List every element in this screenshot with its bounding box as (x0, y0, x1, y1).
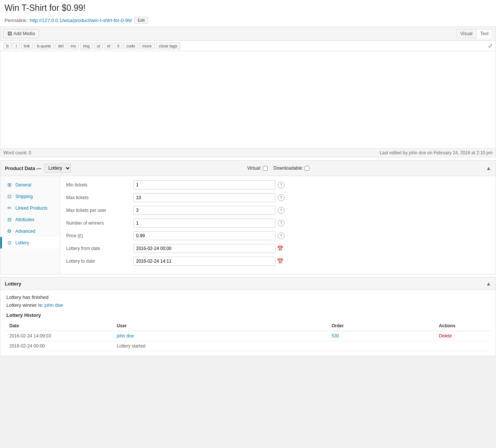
toolbar-btn-more[interactable]: more (139, 43, 155, 49)
editor-top-bar: 🖼 Add Media Visual Text (0, 27, 496, 41)
history-user-link-1[interactable]: john doe (117, 333, 134, 339)
table-row: 2016-02-24 14:09:03 john doe 530 Delete (6, 331, 490, 341)
sidebar-item-attributes[interactable]: ⊟ Attributes (0, 214, 60, 225)
word-count-display: Word count: 0 (3, 150, 31, 155)
add-media-button[interactable]: 🖼 Add Media (3, 29, 39, 38)
price-help-icon[interactable]: ? (278, 232, 284, 239)
toolbar-btn-bquote[interactable]: b-quote (34, 43, 54, 49)
sidebar-item-linked-products[interactable]: ✏ Linked Products (0, 202, 60, 214)
editor-content[interactable] (0, 51, 496, 148)
max-tickets-per-user-help-icon[interactable]: ? (278, 207, 284, 214)
min-tickets-label: Min tickets (66, 182, 133, 188)
sidebar-item-general[interactable]: ⊞ General (0, 179, 60, 191)
attributes-icon: ⊟ (6, 217, 12, 222)
max-tickets-help-icon[interactable]: ? (278, 194, 284, 201)
toolbar-btn-ins[interactable]: ins (68, 43, 79, 49)
max-tickets-input-wrap: ? (133, 193, 490, 202)
price-input[interactable] (133, 231, 275, 240)
page-title-area: Win T-Shirt for $0.99! (0, 0, 496, 15)
lottery-to-date-row: Lottery to date 📅 (66, 257, 490, 266)
toolbar-btn-close-tags[interactable]: close tags (156, 43, 181, 49)
fullscreen-icon[interactable]: ⤢ (488, 42, 493, 49)
sidebar-item-advanced[interactable]: ⚙ Advanced (0, 225, 60, 237)
lottery-winner-link[interactable]: john doe (44, 302, 63, 308)
lottery-winner: Lottery winner is: john doe (6, 302, 490, 308)
price-row: Price (£) ? (66, 231, 490, 240)
toolbar-btn-i[interactable]: i (13, 43, 19, 49)
shipping-icon: ⊡ (6, 194, 12, 199)
virtual-checkbox[interactable] (263, 166, 268, 171)
lottery-section-title: Lottery (5, 281, 21, 287)
history-user-2: Lottery started (114, 341, 329, 351)
tab-text[interactable]: Text (476, 29, 493, 38)
min-tickets-row: Min tickets ? (66, 180, 490, 189)
number-of-winners-help-icon[interactable]: ? (278, 220, 284, 226)
history-order-2 (329, 341, 436, 351)
lottery-from-date-input-wrap: 📅 (133, 244, 490, 253)
sidebar-item-lottery[interactable]: ⊙ Lottery (0, 237, 60, 248)
lottery-to-date-calendar-icon[interactable]: 📅 (277, 258, 283, 264)
toolbar-btn-ul[interactable]: ul (94, 43, 103, 49)
max-tickets-per-user-input-wrap: ? (133, 206, 490, 215)
toolbar-btn-link[interactable]: link (21, 43, 33, 49)
col-header-date: Date (6, 321, 114, 331)
min-tickets-help-icon[interactable]: ? (278, 182, 284, 188)
editor-toolbar: b i link b-quote del ins img ul ol li co… (0, 41, 496, 51)
lottery-to-date-input-wrap: 📅 (133, 257, 490, 266)
virtual-downloadable-area: Virtual: Downloadable: (247, 166, 310, 171)
min-tickets-input[interactable] (133, 180, 275, 189)
toolbar-btn-li[interactable]: li (114, 43, 122, 49)
lottery-section-header: Lottery ▲ (0, 278, 496, 290)
min-tickets-input-wrap: ? (133, 180, 490, 189)
history-delete-link-1[interactable]: Delete (439, 333, 452, 339)
toolbar-btn-img[interactable]: img (80, 43, 93, 49)
add-media-icon: 🖼 (7, 31, 12, 36)
col-header-actions: Actions (436, 321, 490, 331)
max-tickets-per-user-label: Max tickets per user (66, 208, 133, 213)
toolbar-btn-b[interactable]: b (3, 43, 12, 49)
product-data-body: ⊞ General ⊡ Shipping ✏ Linked Products ⊟… (0, 176, 496, 274)
toolbar-btn-code[interactable]: code (123, 43, 138, 49)
tab-visual[interactable]: Visual (456, 29, 476, 38)
downloadable-label: Downloadable: (274, 166, 309, 171)
max-tickets-per-user-input[interactable] (133, 206, 275, 215)
lottery-status: Lottery has finished (6, 294, 490, 300)
lottery-from-date-calendar-icon[interactable]: 📅 (277, 245, 283, 251)
history-order-1: 530 (329, 331, 436, 341)
history-table-head: Date User Order Actions (6, 321, 490, 331)
history-action-2 (436, 341, 490, 351)
history-action-1: Delete (436, 331, 490, 341)
product-data-section: Product Data — Lottery Virtual: Download… (0, 160, 496, 274)
max-tickets-input[interactable] (133, 193, 275, 202)
col-header-user: User (114, 321, 329, 331)
sidebar-item-shipping[interactable]: ⊡ Shipping (0, 191, 60, 202)
permalink-row: Permalink: http://127.0.0.1/wsa/product/… (0, 15, 496, 27)
number-of-winners-input-wrap: ? (133, 219, 490, 228)
lottery-to-date-input[interactable] (133, 257, 275, 266)
permalink-link[interactable]: http://127.0.0.1/wsa/product/win-t-shirt… (30, 18, 132, 23)
toolbar-btn-del[interactable]: del (55, 43, 67, 49)
permalink-label: Permalink: (4, 18, 27, 23)
history-table-header-row: Date User Order Actions (6, 321, 490, 331)
col-header-order: Order (329, 321, 436, 331)
page-title: Win T-Shirt for $0.99! (0, 3, 496, 13)
lottery-section: Lottery ▲ Lottery has finished Lottery w… (0, 277, 496, 356)
number-of-winners-label: Number of winners (66, 220, 133, 226)
table-row: 2016-02-24 00:00 Lottery started (6, 341, 490, 351)
history-date-1: 2016-02-24 14:09:03 (6, 331, 114, 341)
lottery-section-body: Lottery has finished Lottery winner is: … (0, 290, 496, 356)
max-tickets-label: Max tickets (66, 195, 133, 200)
lottery-collapse-icon[interactable]: ▲ (486, 281, 491, 287)
product-type-select[interactable]: Lottery (44, 164, 71, 173)
lottery-icon: ⊙ (6, 240, 12, 245)
lottery-from-date-row: Lottery from date 📅 (66, 244, 490, 253)
downloadable-checkbox[interactable] (305, 166, 309, 171)
product-data-header: Product Data — Lottery Virtual: Download… (0, 161, 496, 176)
history-order-link-1[interactable]: 530 (332, 333, 339, 339)
toolbar-btn-ol[interactable]: ol (104, 43, 113, 49)
general-icon: ⊞ (6, 182, 12, 188)
permalink-edit-button[interactable]: Edit (134, 17, 148, 24)
collapse-arrow-icon[interactable]: ▲ (486, 165, 491, 171)
number-of-winners-input[interactable] (133, 219, 275, 228)
lottery-from-date-input[interactable] (133, 244, 275, 253)
